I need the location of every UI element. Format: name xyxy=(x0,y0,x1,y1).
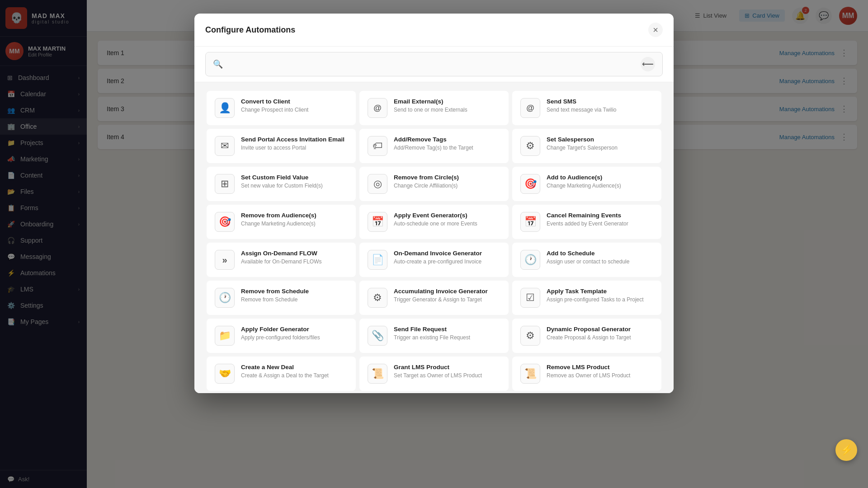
set-custom-field-title: Set Custom Field Value xyxy=(241,174,323,181)
remove-from-circle-title: Remove from Circle(s) xyxy=(394,174,459,181)
automation-card-create-new-deal[interactable]: 🤝 Create a New Deal Create & Assign a De… xyxy=(207,357,356,391)
automation-card-send-sms[interactable]: @ Send SMS Send text message via Twilio xyxy=(512,91,661,125)
modal-header: Configure Automations × xyxy=(194,14,674,47)
automations-grid: 👤 Convert to Client Change Prospect into… xyxy=(194,82,674,393)
apply-folder-generator-title: Apply Folder Generator xyxy=(241,326,320,333)
back-button[interactable]: ⟵ xyxy=(641,57,655,71)
convert-to-client-icon: 👤 xyxy=(215,98,235,118)
cancel-remaining-events-icon: 📅 xyxy=(520,212,540,232)
send-portal-access-desc: Invite user to access Portal xyxy=(241,144,344,152)
grant-lms-product-desc: Set Target as Owner of LMS Product xyxy=(394,372,482,380)
remove-from-audiences-title: Remove from Audience(s) xyxy=(241,212,316,219)
email-externals-title: Email External(s) xyxy=(394,98,467,105)
email-externals-desc: Send to one or more Externals xyxy=(394,106,467,114)
automation-card-convert-to-client[interactable]: 👤 Convert to Client Change Prospect into… xyxy=(207,91,356,125)
grant-lms-product-icon: 📜 xyxy=(368,364,387,384)
accumulating-invoice-generator-icon: ⚙ xyxy=(368,288,387,308)
set-custom-field-icon: ⊞ xyxy=(215,174,235,194)
create-new-deal-desc: Create & Assign a Deal to the Target xyxy=(241,372,329,380)
apply-event-generator-title: Apply Event Generator(s) xyxy=(394,212,477,219)
cancel-remaining-events-title: Cancel Remaining Events xyxy=(547,212,628,219)
automation-card-on-demand-invoice-generator[interactable]: 📄 On-Demand Invoice Generator Auto-creat… xyxy=(359,243,509,277)
convert-to-client-desc: Change Prospect into Client xyxy=(241,106,308,114)
add-remove-tags-desc: Add/Remove Tag(s) to the Target xyxy=(394,144,473,152)
automation-card-remove-from-circle[interactable]: ◎ Remove from Circle(s) Change Circle Af… xyxy=(359,167,509,201)
apply-event-generator-desc: Auto-schedule one or more Events xyxy=(394,220,477,228)
grant-lms-product-title: Grant LMS Product xyxy=(394,364,482,371)
remove-from-schedule-title: Remove from Schedule xyxy=(241,288,309,295)
automation-card-set-salesperson[interactable]: ⚙ Set Salesperson Change Target's Salesp… xyxy=(512,129,661,163)
automation-card-accumulating-invoice-generator[interactable]: ⚙ Accumulating Invoice Generator Trigger… xyxy=(359,281,509,315)
automation-card-remove-from-audiences[interactable]: 🎯 Remove from Audience(s) Change Marketi… xyxy=(207,205,356,239)
assign-on-demand-flow-desc: Available for On-Demand FLOWs xyxy=(241,258,322,266)
send-sms-title: Send SMS xyxy=(547,98,617,105)
remove-lms-product-title: Remove LMS Product xyxy=(547,364,630,371)
set-salesperson-title: Set Salesperson xyxy=(547,136,618,143)
automation-card-add-to-audiences[interactable]: 🎯 Add to Audience(s) Change Marketing Au… xyxy=(512,167,661,201)
send-portal-access-icon: ✉ xyxy=(215,136,235,156)
automation-card-assign-on-demand-flow[interactable]: » Assign On-Demand FLOW Available for On… xyxy=(207,243,356,277)
send-sms-desc: Send text message via Twilio xyxy=(547,106,617,114)
create-new-deal-title: Create a New Deal xyxy=(241,364,329,371)
add-to-audiences-icon: 🎯 xyxy=(520,174,540,194)
on-demand-invoice-generator-desc: Auto-create a pre-configured Invoice xyxy=(394,258,482,266)
apply-task-template-icon: ☑ xyxy=(520,288,540,308)
apply-event-generator-icon: 📅 xyxy=(368,212,387,232)
automation-card-dynamic-proposal-generator[interactable]: ⚙ Dynamic Proposal Generator Create Prop… xyxy=(512,319,661,353)
send-file-request-title: Send File Request xyxy=(394,326,470,333)
add-to-schedule-icon: 🕐 xyxy=(520,250,540,270)
assign-on-demand-flow-title: Assign On-Demand FLOW xyxy=(241,250,322,257)
remove-lms-product-icon: 📜 xyxy=(520,364,540,384)
fab-button[interactable]: ⚡ xyxy=(835,439,857,461)
add-to-audiences-desc: Change Marketing Audience(s) xyxy=(547,182,621,190)
search-icon: 🔍 xyxy=(213,59,223,69)
set-salesperson-icon: ⚙ xyxy=(520,136,540,156)
automation-card-remove-from-schedule[interactable]: 🕐 Remove from Schedule Remove from Sched… xyxy=(207,281,356,315)
automation-card-send-portal-access[interactable]: ✉ Send Portal Access Invitation Email In… xyxy=(207,129,356,163)
automation-card-remove-lms-product[interactable]: 📜 Remove LMS Product Remove as Owner of … xyxy=(512,357,661,391)
configure-automations-modal: Configure Automations × 🔍 ⟵ 👤 Convert to… xyxy=(194,14,674,393)
cancel-remaining-events-desc: Events added by Event Generator xyxy=(547,220,628,228)
remove-from-schedule-icon: 🕐 xyxy=(215,288,235,308)
send-portal-access-title: Send Portal Access Invitation Email xyxy=(241,136,344,143)
add-remove-tags-title: Add/Remove Tags xyxy=(394,136,473,143)
add-remove-tags-icon: 🏷 xyxy=(368,136,387,156)
add-to-schedule-title: Add to Schedule xyxy=(547,250,629,257)
remove-from-schedule-desc: Remove from Schedule xyxy=(241,296,309,304)
remove-from-circle-desc: Change Circle Affiliation(s) xyxy=(394,182,459,190)
automation-card-apply-event-generator[interactable]: 📅 Apply Event Generator(s) Auto-schedule… xyxy=(359,205,509,239)
modal-close-button[interactable]: × xyxy=(648,23,663,37)
automation-card-cancel-remaining-events[interactable]: 📅 Cancel Remaining Events Events added b… xyxy=(512,205,661,239)
modal-search-area: 🔍 ⟵ xyxy=(194,47,674,82)
automation-card-add-to-schedule[interactable]: 🕐 Add to Schedule Assign user or contact… xyxy=(512,243,661,277)
remove-from-circle-icon: ◎ xyxy=(368,174,387,194)
send-sms-icon: @ xyxy=(520,98,540,118)
dynamic-proposal-generator-title: Dynamic Proposal Generator xyxy=(547,326,631,333)
email-externals-icon: @ xyxy=(368,98,387,118)
automation-card-grant-lms-product[interactable]: 📜 Grant LMS Product Set Target as Owner … xyxy=(359,357,509,391)
automation-card-email-externals[interactable]: @ Email External(s) Send to one or more … xyxy=(359,91,509,125)
apply-folder-generator-icon: 📁 xyxy=(215,326,235,346)
accumulating-invoice-generator-desc: Trigger Generator & Assign to Target xyxy=(394,296,488,304)
apply-task-template-title: Apply Task Template xyxy=(547,288,644,295)
modal-title: Configure Automations xyxy=(205,25,295,35)
automation-card-add-remove-tags[interactable]: 🏷 Add/Remove Tags Add/Remove Tag(s) to t… xyxy=(359,129,509,163)
remove-from-audiences-icon: 🎯 xyxy=(215,212,235,232)
remove-lms-product-desc: Remove as Owner of LMS Product xyxy=(547,372,630,380)
search-input[interactable] xyxy=(227,61,636,68)
set-salesperson-desc: Change Target's Salesperson xyxy=(547,144,618,152)
add-to-schedule-desc: Assign user or contact to schedule xyxy=(547,258,629,266)
assign-on-demand-flow-icon: » xyxy=(215,250,235,270)
remove-from-audiences-desc: Change Marketing Audience(s) xyxy=(241,220,316,228)
apply-task-template-desc: Assign pre-configured Tasks to a Project xyxy=(547,296,644,304)
automation-card-set-custom-field[interactable]: ⊞ Set Custom Field Value Set new value f… xyxy=(207,167,356,201)
on-demand-invoice-generator-icon: 📄 xyxy=(368,250,387,270)
send-file-request-icon: 📎 xyxy=(368,326,387,346)
automation-card-apply-folder-generator[interactable]: 📁 Apply Folder Generator Apply pre-confi… xyxy=(207,319,356,353)
create-new-deal-icon: 🤝 xyxy=(215,364,235,384)
automation-card-apply-task-template[interactable]: ☑ Apply Task Template Assign pre-configu… xyxy=(512,281,661,315)
on-demand-invoice-generator-title: On-Demand Invoice Generator xyxy=(394,250,482,257)
automation-card-send-file-request[interactable]: 📎 Send File Request Trigger an existing … xyxy=(359,319,509,353)
send-file-request-desc: Trigger an existing File Request xyxy=(394,334,470,342)
accumulating-invoice-generator-title: Accumulating Invoice Generator xyxy=(394,288,488,295)
